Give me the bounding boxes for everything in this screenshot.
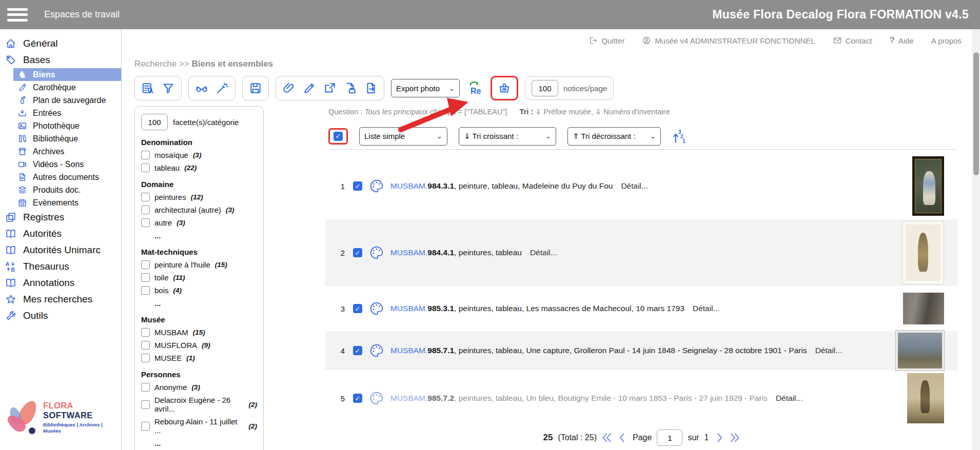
facet-option[interactable]: autre(3) xyxy=(141,218,257,227)
filter-button[interactable] xyxy=(159,79,178,97)
result-thumbnail[interactable] xyxy=(896,331,944,371)
checkbox[interactable] xyxy=(141,422,150,431)
sidebar-item-autres-documents[interactable]: Autres documents xyxy=(13,171,121,183)
checkbox[interactable] xyxy=(141,383,150,392)
facet-option[interactable]: mosaïque(3) xyxy=(141,151,257,159)
view-button[interactable] xyxy=(192,79,211,97)
result-checkbox[interactable] xyxy=(353,346,362,355)
basket-button-highlighted[interactable] xyxy=(491,76,518,100)
checkbox[interactable] xyxy=(141,400,150,409)
checkbox[interactable] xyxy=(141,218,150,227)
inventory-number[interactable]: 984.4.1 xyxy=(427,248,454,257)
sidebar-item-carotheque[interactable]: Carothèque xyxy=(13,81,121,94)
sidebar-item-evenements[interactable]: Evènements xyxy=(13,196,121,209)
facet-option[interactable]: toile(11) xyxy=(141,273,257,282)
result-thumbnail[interactable] xyxy=(907,373,944,423)
edit-button[interactable] xyxy=(300,79,319,97)
sort-descending-select[interactable]: ⇑ Tri décroissant :⌄ xyxy=(567,127,661,146)
detail-link[interactable]: Détail... xyxy=(621,181,648,190)
result-checkbox[interactable] xyxy=(353,394,362,403)
inventory-number[interactable]: 984.3.1 xyxy=(427,181,454,190)
sidebar-item-phototheque[interactable]: Photothèque xyxy=(13,119,121,132)
sidebar-item-registres[interactable]: Registres xyxy=(0,209,121,226)
sidebar-item-videos-sons[interactable]: Vidéos - Sons xyxy=(13,158,121,171)
page-number-input[interactable] xyxy=(657,429,682,446)
export-document-button[interactable] xyxy=(362,79,380,97)
record-link[interactable]: MUSBAM. xyxy=(390,181,427,190)
previous-page-icon[interactable] xyxy=(617,432,628,443)
facet-option[interactable]: peintures(12) xyxy=(141,193,257,201)
inventory-number[interactable]: 985.7.1 xyxy=(427,346,454,355)
record-link[interactable]: MUSBAM. xyxy=(390,248,427,257)
result-checkbox[interactable] xyxy=(353,181,362,191)
checkbox[interactable] xyxy=(141,328,150,337)
facet-option[interactable]: Delacroix Eugène - 26 avril...(2) xyxy=(141,396,257,413)
detail-link[interactable]: Détail... xyxy=(776,394,803,402)
facet-option[interactable]: Anonyme(3) xyxy=(141,383,257,392)
checkbox[interactable] xyxy=(141,151,150,159)
facet-option[interactable]: MUSFLORA(9) xyxy=(141,341,257,350)
checkbox[interactable] xyxy=(141,206,150,214)
checkbox[interactable] xyxy=(141,163,150,172)
record-link[interactable]: MUSBAM. xyxy=(390,304,427,313)
checkbox[interactable] xyxy=(141,193,150,201)
detail-link[interactable]: Détail... xyxy=(530,248,557,257)
facet-more-link[interactable]: ... xyxy=(154,299,257,308)
hamburger-menu-icon[interactable] xyxy=(7,8,28,22)
next-page-icon[interactable] xyxy=(714,432,724,443)
magic-wand-button[interactable] xyxy=(213,79,231,97)
sidebar-item-thesaurus[interactable]: AB Thesaurus xyxy=(0,258,121,275)
sidebar-item-autorites-unimarc[interactable]: Autorités Unimarc xyxy=(0,242,121,258)
scrollbar-thumb[interactable] xyxy=(973,52,979,175)
quit-link[interactable]: Quitter xyxy=(589,36,624,45)
sidebar-item-biens[interactable]: ♞ Biens xyxy=(13,68,121,81)
detail-link[interactable]: Détail... xyxy=(815,346,842,355)
facet-option[interactable]: MUSEE(1) xyxy=(141,354,257,362)
checkbox[interactable] xyxy=(141,260,150,269)
first-page-icon[interactable] xyxy=(602,432,612,443)
detail-link[interactable]: Détail... xyxy=(693,304,720,313)
sidebar-item-produits-doc[interactable]: Produits doc. xyxy=(13,183,121,196)
sidebar-item-general[interactable]: Général xyxy=(0,35,121,52)
record-link[interactable]: MUSBAM. xyxy=(390,394,427,402)
help-link[interactable]: ? Aide xyxy=(889,35,913,46)
facet-count-input[interactable] xyxy=(141,114,168,130)
display-mode-select[interactable]: Liste simple⌄ xyxy=(359,127,447,146)
checkbox[interactable] xyxy=(141,286,150,295)
result-thumbnail[interactable] xyxy=(903,293,944,324)
sidebar-item-archives[interactable]: Archives xyxy=(13,145,121,158)
sidebar-item-bibliotheque[interactable]: Bibliothèque xyxy=(13,132,121,145)
result-list-button[interactable] xyxy=(139,79,157,97)
facet-more-link[interactable]: ... xyxy=(154,231,257,240)
result-thumbnail[interactable] xyxy=(912,156,944,216)
result-checkbox[interactable] xyxy=(353,304,362,313)
sort-numeric-icon[interactable]: 3 2 1 xyxy=(672,129,685,144)
vertical-scrollbar[interactable] xyxy=(972,29,980,450)
refresh-re-icon[interactable]: Re xyxy=(466,80,484,96)
save-button[interactable] xyxy=(246,79,265,97)
workspace-label[interactable]: Espaces de travail xyxy=(44,9,120,20)
last-page-icon[interactable] xyxy=(730,432,740,443)
checkbox[interactable] xyxy=(141,354,150,362)
result-checkbox[interactable] xyxy=(353,248,362,257)
sidebar-item-plan-de-sauvegarde[interactable]: Plan de sauvegarde xyxy=(13,94,121,107)
facet-option[interactable]: bois(4) xyxy=(141,286,257,295)
open-external-button[interactable] xyxy=(321,79,339,97)
sidebar-item-annotations[interactable]: Annotations xyxy=(0,275,121,291)
facet-option[interactable]: architectural (autre)(3) xyxy=(141,206,257,214)
facet-option[interactable]: peinture à l'huile(15) xyxy=(141,260,257,269)
about-link[interactable]: A propos xyxy=(931,36,962,45)
sidebar-item-bases[interactable]: Bases xyxy=(0,52,121,68)
facet-option[interactable]: MUSBAM(15) xyxy=(141,328,257,337)
checkbox[interactable] xyxy=(141,341,150,350)
select-all-checkbox[interactable] xyxy=(334,132,343,141)
export-photo-select[interactable]: Export photo ⌄ xyxy=(391,79,460,97)
checkbox[interactable] xyxy=(141,273,150,282)
sidebar-item-outils[interactable]: Outils xyxy=(0,308,121,324)
print-document-button[interactable] xyxy=(341,79,360,97)
facet-more-link[interactable]: ... xyxy=(154,439,257,447)
user-account[interactable]: Musée v4 ADMINISTRATEUR FONCTIONNEL xyxy=(642,36,815,45)
sort-ascending-select[interactable]: ⇓ Tri croissant :⌄ xyxy=(459,127,556,146)
result-thumbnail[interactable] xyxy=(902,221,944,284)
sidebar-item-mes-recherches[interactable]: Mes recherches xyxy=(0,291,121,308)
